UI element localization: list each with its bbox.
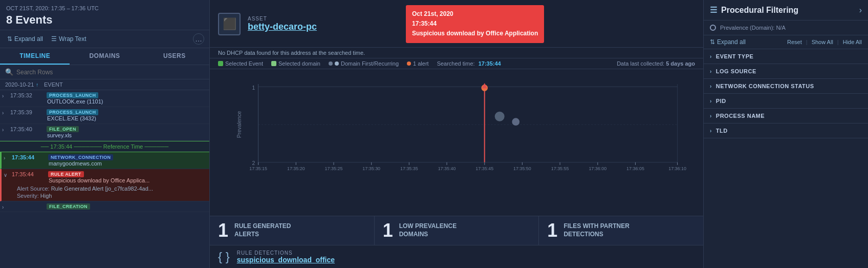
expand-chevron[interactable]: › [2,110,4,116]
tooltip-time: 17:35:44 [412,19,538,29]
stat-num-files: 1 [547,221,557,240]
pid-label: PID [716,98,726,104]
prevalence-label: Prevalence (Domain): N/A [720,25,786,31]
right-toolbar: ⇅ Expand all Reset | Show All | Hide All [704,35,868,49]
right-expand-label: Expand all [717,38,746,46]
stat-card-alerts: 1 RULE GENERATEDALERTS [210,216,375,245]
filter-section-process-name: › PROCESS NAME [704,109,868,123]
asset-name[interactable]: betty-decaro-pc [248,22,317,32]
svg-text:Prevalence: Prevalence [236,111,242,138]
network-status-label: NETWORK CONNECTION STATUS [716,83,814,89]
right-actions: Reset | Show All | Hide All [787,39,862,45]
legend-orange-dot [407,61,411,66]
dhcp-text: No DHCP data found for this address at t… [218,50,365,56]
event-type-chevron: › [710,54,712,59]
wrap-text-label: Wrap Text [59,35,86,43]
svg-text:17:35:45: 17:35:45 [475,166,493,171]
process-name-label: PROCESS NAME [716,113,765,119]
badge-file-creation: FILE_CREATION [47,203,90,210]
svg-text:17:35:40: 17:35:40 [438,166,456,171]
detail-label: Severity: [17,193,39,199]
network-status-header[interactable]: › NETWORK CONNECTION STATUS [704,79,868,93]
tab-users[interactable]: USERS [140,48,209,65]
right-title: ☰ Procedural Filtering [710,5,798,15]
search-row: 🔍 [0,65,209,79]
right-title-text: Procedural Filtering [721,6,798,15]
right-arrow-button[interactable]: › [859,6,862,15]
timeline-list: › 17:35:32 PROCESS_LAUNCH OUTLOOK.exe (1… [0,90,209,268]
expand-icon: ⇅ [7,35,12,43]
tld-chevron: › [710,128,712,134]
tld-label: TLD [716,128,728,134]
filter-section-log-source: › LOG SOURCE [704,64,868,79]
svg-text:1: 1 [252,84,255,90]
svg-text:17:36:00: 17:36:00 [589,166,606,171]
stat-label-alerts: RULE GENERATEDALERTS [234,222,291,238]
toolbar: ⇅ Expand all ☰ Wrap Text … [0,30,209,48]
search-input[interactable] [16,69,204,76]
col-time-header: 2020-10-21 ↑ [5,81,42,88]
badge-rule-alert: RULE ALERT [48,171,84,177]
rule-name[interactable]: suspicious_download_office [237,256,335,264]
wrap-text-button[interactable]: ☰ Wrap Text [49,34,89,44]
prevalence-radio[interactable] [710,25,716,31]
legend-selected-event-label: Selected Event [225,60,263,67]
date-label: 2020-10-21 [5,81,34,88]
row-time: 17:35:39 [10,109,44,115]
svg-text:17:35:15: 17:35:15 [249,166,267,171]
filter-section-network-status: › NETWORK CONNECTION STATUS [704,79,868,94]
tab-timeline[interactable]: TIMELINE [0,48,70,65]
log-source-label: LOG SOURCE [716,68,756,74]
row-main: 17:35:39 PROCESS_LAUNCH [10,109,206,115]
table-row: › FILE_CREATION [0,201,209,212]
legend-light-green-sq [271,61,276,66]
stat-card-domains: 1 LOW PREVALENCEDOMAINS [375,216,539,245]
stat-label-domains: LOW PREVALENCEDOMAINS [399,222,457,238]
prevalence-chart: Prevalence 1 2 17:35:15 [218,73,695,176]
legend-alert: 1 alert [407,60,429,67]
asset-info: ASSET betty-decaro-pc [248,16,317,32]
pid-header[interactable]: › PID [704,94,868,108]
legend-selected-event: Selected Event [218,60,263,67]
hide-all-button[interactable]: Hide All [843,39,862,45]
table-row: › 17:35:44 NETWORK_CONNECTION manygoodme… [0,152,209,169]
badge-network-connection: NETWORK_CONNECTION [48,154,113,160]
tooltip-date: Oct 21st, 2020 [412,9,538,19]
reset-button[interactable]: Reset [787,39,802,45]
row-main: 17:35:40 FILE_OPEN [10,126,206,132]
ref-time-label: ── 17:35:44 ─────── Reference Time ─────… [41,143,169,150]
legend-green-sq [218,61,223,66]
expand-chevron[interactable]: › [2,204,4,210]
row-event: EXCEL.EXE (3432) [10,115,206,121]
log-source-header[interactable]: › LOG SOURCE [704,64,868,78]
col-headers: 2020-10-21 ↑ EVENT [0,79,209,90]
domain-dot-large [495,111,505,121]
table-row: › 17:35:32 PROCESS_LAUNCH OUTLOOK.exe (1… [0,90,209,107]
legend-searched-time: Searched time: 17:35:44 [437,60,501,67]
tab-domains[interactable]: DOMAINS [70,48,139,65]
tld-header[interactable]: › TLD [704,123,868,138]
expand-chevron[interactable]: ∨ [4,172,7,178]
asset-header: ⬛ ASSET betty-decaro-pc Oct 21st, 2020 1… [210,0,703,48]
tooltip-label: Suspicious download by Office Applicatio… [412,29,538,38]
svg-text:17:35:25: 17:35:25 [325,166,343,171]
expand-all-button[interactable]: ⇅ Expand all [5,34,45,44]
show-all-button[interactable]: Show All [812,39,833,45]
row-main: 17:35:32 PROCESS_LAUNCH [10,92,206,98]
process-name-header[interactable]: › PROCESS NAME [704,109,868,123]
expand-chevron[interactable]: › [4,155,5,161]
table-row: ∨ 17:35:44 RULE ALERT Suspicious downloa… [0,169,209,201]
stat-num-domains: 1 [383,221,393,240]
more-options-button[interactable]: … [193,33,204,45]
filter-section-pid: › PID [704,94,868,109]
expand-chevron[interactable]: › [2,127,4,133]
event-type-header[interactable]: › EVENT TYPE [704,49,868,64]
row-event: Suspicious download by Office Applica... [12,177,186,183]
expand-chevron[interactable]: › [2,93,4,99]
right-expand-all-button[interactable]: ⇅ Expand all [710,38,746,46]
search-icon: 🔍 [5,68,13,76]
table-row: › 17:35:39 PROCESS_LAUNCH EXCEL.EXE (343… [0,107,209,124]
dhcp-bar: No DHCP data found for this address at t… [210,48,703,58]
process-name-chevron: › [710,113,712,119]
legend-row: Selected Event Selected domain Domain Fi… [210,58,703,69]
